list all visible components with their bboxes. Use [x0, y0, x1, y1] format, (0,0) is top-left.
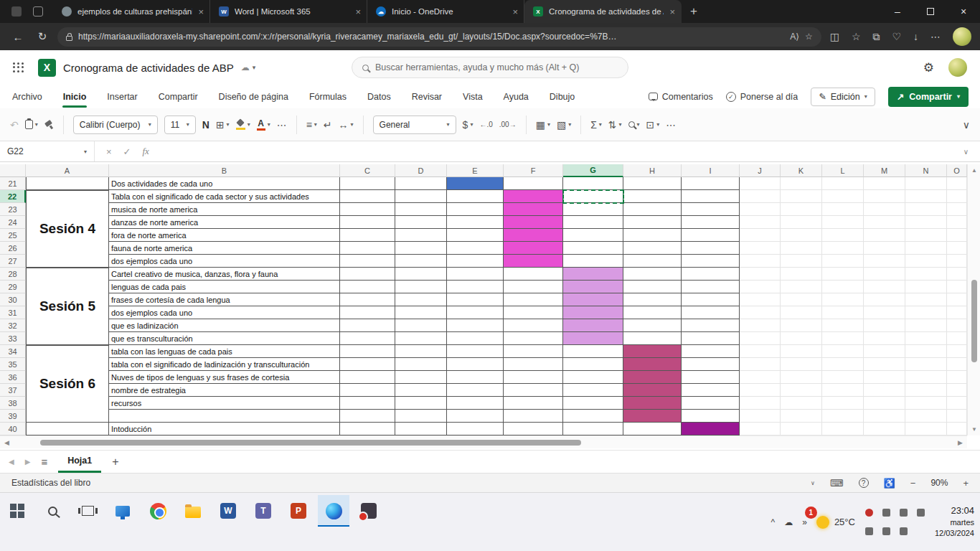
cell-E34[interactable] [447, 345, 504, 358]
cell-O32[interactable] [947, 319, 967, 332]
cells-button[interactable]: ⊡▾ [646, 119, 660, 131]
cell-E23[interactable] [447, 203, 504, 216]
cell-K37[interactable] [781, 384, 822, 397]
cell-D26[interactable] [395, 242, 447, 255]
cell-K35[interactable] [781, 358, 822, 371]
cell-H24[interactable] [623, 216, 682, 229]
cell-O25[interactable] [947, 229, 967, 242]
tray-network-icon[interactable] [882, 527, 890, 535]
cell-E30[interactable] [447, 293, 504, 306]
cell-N37[interactable] [905, 384, 947, 397]
weather-widget[interactable]: 1 25°C [816, 516, 855, 529]
cell-F39[interactable] [504, 410, 563, 423]
cell-N31[interactable] [905, 306, 947, 319]
hidden-icons-chevron[interactable]: ^ [771, 517, 776, 527]
cell-M32[interactable] [864, 319, 905, 332]
cell-I29[interactable] [682, 281, 740, 293]
cell-I40[interactable] [682, 423, 740, 435]
cell-C37[interactable] [340, 384, 395, 397]
cell-M33[interactable] [864, 332, 905, 345]
row-header-31[interactable]: 31 [0, 306, 26, 319]
cell-D24[interactable] [395, 216, 447, 229]
cell-D29[interactable] [395, 281, 447, 293]
cell-F38[interactable] [504, 397, 563, 410]
cell-O31[interactable] [947, 306, 967, 319]
merge-cells-button[interactable]: ↔▾ [339, 119, 354, 131]
cell-N36[interactable] [905, 371, 947, 384]
row-header-28[interactable]: 28 [0, 268, 26, 281]
cell-L24[interactable] [822, 216, 864, 229]
cell-B36[interactable]: Nuves de tipos de lenguas y sus frases d… [109, 371, 340, 384]
cell-L36[interactable] [822, 371, 864, 384]
cell-F26[interactable] [504, 242, 563, 255]
menu-item-diseno-de-pagina[interactable]: Diseño de página [218, 86, 289, 108]
cell-I27[interactable] [682, 255, 740, 268]
cell-I32[interactable] [682, 319, 740, 332]
cell-E35[interactable] [447, 358, 504, 371]
currency-button[interactable]: $▾ [463, 119, 473, 131]
name-box[interactable]: G22 ▾ [0, 141, 95, 161]
row-header-38[interactable]: 38 [0, 397, 26, 410]
cell-M30[interactable] [864, 293, 905, 306]
cell-D35[interactable] [395, 358, 447, 371]
cell-I21[interactable] [682, 177, 740, 190]
cell-N39[interactable] [905, 410, 947, 423]
workbook-statistics-button[interactable]: Estadísticas del libro [11, 478, 90, 488]
cell-K36[interactable] [781, 371, 822, 384]
cell-J38[interactable] [740, 397, 781, 410]
cell-D32[interactable] [395, 319, 447, 332]
cell-K25[interactable] [781, 229, 822, 242]
cell-B22[interactable]: Tabla con el significado de cada sector … [109, 190, 340, 203]
editing-mode-dropdown[interactable]: ✎ Edición ▾ [811, 88, 875, 106]
browser-profile-avatar[interactable] [953, 27, 971, 46]
lock-icon[interactable] [66, 36, 72, 41]
autosum-button[interactable]: Σ▾ [590, 119, 602, 131]
find-button[interactable]: ▾ [628, 121, 640, 128]
cell-G34[interactable] [563, 345, 623, 358]
cell-C29[interactable] [340, 281, 395, 293]
cell-B30[interactable]: frases de cortesía de cada lengua [109, 293, 340, 306]
cell-G29[interactable] [563, 281, 623, 293]
cell-C28[interactable] [340, 268, 395, 281]
cell-O23[interactable] [947, 203, 967, 216]
cell-G39[interactable] [563, 410, 623, 423]
menu-item-formulas[interactable]: Fórmulas [308, 86, 347, 108]
cell-E24[interactable] [447, 216, 504, 229]
cell-H37[interactable] [623, 384, 682, 397]
cell-O29[interactable] [947, 281, 967, 293]
cell-O37[interactable] [947, 384, 967, 397]
cell-M36[interactable] [864, 371, 905, 384]
close-button[interactable]: × [947, 0, 980, 23]
column-header-i[interactable]: I [682, 164, 740, 177]
cell-J37[interactable] [740, 384, 781, 397]
row-header-30[interactable]: 30 [0, 293, 26, 306]
cell-E38[interactable] [447, 397, 504, 410]
browser-tab-inicio-onedrive[interactable]: ☁Inicio - OneDrive× [367, 0, 524, 23]
cell-L34[interactable] [822, 345, 864, 358]
cell-M35[interactable] [864, 358, 905, 371]
add-sheet-button[interactable]: + [112, 456, 118, 468]
cell-E36[interactable] [447, 371, 504, 384]
cell-K34[interactable] [781, 345, 822, 358]
row-header-29[interactable]: 29 [0, 281, 26, 293]
cell-L31[interactable] [822, 306, 864, 319]
cell-H29[interactable] [623, 281, 682, 293]
menu-item-revisar[interactable]: Revisar [411, 86, 443, 108]
menu-item-inicio[interactable]: Inicio [62, 86, 88, 108]
merged-cell-sesion-4[interactable]: Sesión 4 [26, 190, 109, 268]
account-avatar[interactable] [948, 58, 967, 77]
cell-E21[interactable] [447, 177, 504, 190]
cell-J39[interactable] [740, 410, 781, 423]
cell-N25[interactable] [905, 229, 947, 242]
cell-M21[interactable] [864, 177, 905, 190]
cell-C26[interactable] [340, 242, 395, 255]
horizontal-scroll-thumb[interactable] [40, 440, 581, 446]
collapse-ribbon-icon[interactable]: ∨ [963, 119, 970, 131]
excel-logo-icon[interactable]: X [38, 59, 56, 77]
format-as-table-button[interactable]: ▦▾ [536, 119, 550, 131]
cell-B23[interactable]: musica de norte america [109, 203, 340, 216]
cell-A21[interactable] [26, 177, 109, 190]
cell-E39[interactable] [447, 410, 504, 423]
column-header-n[interactable]: N [905, 164, 947, 177]
column-header-k[interactable]: K [781, 164, 822, 177]
